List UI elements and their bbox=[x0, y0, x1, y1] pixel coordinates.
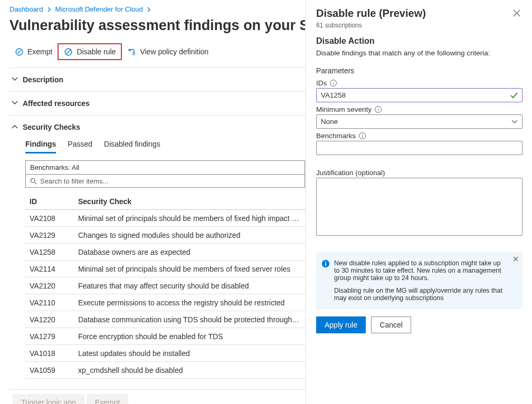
cell-id: VA1059 bbox=[25, 366, 78, 374]
info-icon[interactable]: i bbox=[375, 106, 382, 113]
table-row[interactable]: VA1059xp_cmdshell should be disabled bbox=[25, 362, 305, 379]
cancel-button[interactable]: Cancel bbox=[371, 316, 411, 333]
table-row[interactable]: VA1279Force encryption should be enabled… bbox=[25, 328, 305, 345]
chevron-right-icon bbox=[147, 7, 151, 12]
table-row[interactable]: VA2120Features that may affect security … bbox=[25, 277, 305, 294]
cell-id: VA2114 bbox=[25, 265, 78, 273]
cell-id: VA1279 bbox=[25, 332, 78, 341]
breadcrumb: Dashboard Microsoft Defender for Cloud bbox=[10, 5, 305, 13]
tab-disabled-findings[interactable]: Disabled findings bbox=[104, 140, 160, 153]
justification-label: Justification (optional) bbox=[316, 169, 522, 177]
cell-security-check: Latest updates should be installed bbox=[78, 349, 305, 358]
apply-rule-button[interactable]: Apply rule bbox=[316, 316, 366, 333]
cell-id: VA2120 bbox=[25, 282, 78, 290]
section-description[interactable]: Description bbox=[10, 68, 305, 91]
info-message: New disable rules applied to a subscript… bbox=[316, 252, 522, 309]
exempt-icon bbox=[15, 47, 24, 56]
search-input[interactable]: Search to filter items... bbox=[25, 174, 305, 188]
table-row[interactable]: VA2129Changes to signed modules should b… bbox=[25, 227, 305, 244]
close-icon[interactable] bbox=[513, 256, 518, 262]
disable-action-heading: Disable Action bbox=[316, 36, 522, 46]
min-severity-label: Minimum severity i bbox=[316, 105, 522, 113]
info-icon[interactable]: i bbox=[330, 80, 337, 86]
cell-security-check: Features that may affect security should… bbox=[78, 282, 305, 290]
tab-findings[interactable]: Findings bbox=[25, 140, 56, 153]
close-icon[interactable] bbox=[511, 7, 522, 19]
disable-rule-label: Disable rule bbox=[77, 47, 116, 56]
info-icon[interactable]: i bbox=[359, 132, 366, 139]
cell-security-check: Database communication using TDS should … bbox=[78, 315, 305, 324]
command-bar: Exempt Disable rule View policy definiti… bbox=[10, 43, 305, 68]
exempt-button[interactable]: Exempt bbox=[10, 43, 58, 60]
cell-security-check: xp_cmdshell should be disabled bbox=[78, 366, 305, 374]
exempt-button-footer[interactable]: Exempt bbox=[87, 394, 128, 404]
breadcrumb-root[interactable]: Dashboard bbox=[10, 5, 43, 13]
search-icon bbox=[30, 178, 37, 185]
benchmarks-input[interactable] bbox=[316, 141, 522, 155]
chevron-down-icon bbox=[12, 101, 17, 105]
exempt-label: Exempt bbox=[27, 47, 52, 56]
chevron-up-icon bbox=[12, 124, 17, 129]
cell-id: VA1018 bbox=[25, 349, 78, 358]
cell-id: VA2108 bbox=[25, 214, 78, 223]
policy-icon bbox=[127, 47, 136, 56]
svg-point-3 bbox=[129, 49, 131, 51]
table-row[interactable]: VA1018Latest updates should be installed bbox=[25, 345, 305, 362]
cell-security-check: Minimal set of principals should be memb… bbox=[78, 265, 305, 273]
table-header: ID Security Check bbox=[25, 193, 305, 210]
section-security-checks[interactable]: Security Checks bbox=[10, 116, 305, 139]
findings-table: ID Security Check VA2108Minimal set of p… bbox=[25, 193, 305, 379]
svg-line-7 bbox=[34, 182, 36, 184]
info-text-2: Disabling rule on the MG will apply/over… bbox=[334, 287, 508, 302]
panel-subtitle: 61 subscriptions bbox=[316, 22, 426, 29]
svg-point-5 bbox=[134, 53, 135, 54]
svg-rect-10 bbox=[325, 263, 326, 266]
disable-rule-panel: Disable rule (Preview) 61 subscriptions … bbox=[305, 0, 532, 404]
cell-security-check: Changes to signed modules should be auth… bbox=[78, 231, 305, 239]
trigger-logic-app-button[interactable]: Trigger logic app bbox=[13, 394, 84, 404]
ids-input[interactable]: VA1258 bbox=[316, 88, 522, 102]
table-row[interactable]: VA2114Minimal set of principals should b… bbox=[25, 261, 305, 277]
min-severity-value: None bbox=[321, 118, 338, 126]
ids-label: IDs i bbox=[316, 79, 522, 87]
table-row[interactable]: VA2108Minimal set of principals should b… bbox=[25, 210, 305, 227]
section-affected-resources[interactable]: Affected resources bbox=[10, 92, 305, 115]
cell-id: VA2110 bbox=[25, 299, 78, 307]
section-affected-label: Affected resources bbox=[23, 99, 90, 108]
column-header-id[interactable]: ID bbox=[25, 197, 78, 206]
checkmark-icon bbox=[510, 92, 518, 99]
section-description-label: Description bbox=[23, 75, 63, 84]
table-row[interactable]: VA1220Database communication using TDS s… bbox=[25, 311, 305, 328]
tab-passed[interactable]: Passed bbox=[68, 140, 92, 153]
footer-actions: Trigger logic app Exempt bbox=[10, 389, 305, 404]
table-row[interactable]: VA2110Execute permissions to access the … bbox=[25, 294, 305, 311]
section-security-label: Security Checks bbox=[23, 123, 80, 131]
table-row[interactable]: VA1258Database owners are as expected bbox=[25, 244, 305, 261]
cell-security-check: Minimal set of principals should be memb… bbox=[78, 214, 305, 223]
breadcrumb-current[interactable]: Microsoft Defender for Cloud bbox=[55, 5, 143, 13]
prohibit-icon bbox=[64, 47, 73, 56]
disable-rule-button[interactable]: Disable rule bbox=[58, 43, 122, 60]
svg-point-9 bbox=[325, 261, 326, 262]
view-policy-button[interactable]: View policy definition bbox=[122, 43, 214, 60]
cell-security-check: Database owners are as expected bbox=[78, 248, 305, 256]
benchmarks-filter-value: Benchmarks: All bbox=[30, 163, 79, 171]
chevron-right-icon bbox=[48, 7, 51, 12]
min-severity-select[interactable]: None bbox=[316, 114, 522, 129]
disable-action-description: Disable findings that match any of the f… bbox=[316, 49, 522, 57]
parameters-heading: Parameters bbox=[316, 66, 522, 75]
info-icon bbox=[321, 259, 330, 268]
justification-textarea[interactable] bbox=[316, 178, 522, 236]
search-placeholder: Search to filter items... bbox=[40, 177, 108, 185]
svg-point-6 bbox=[31, 178, 35, 182]
cell-id: VA1220 bbox=[25, 315, 78, 324]
svg-line-2 bbox=[66, 50, 71, 54]
chevron-down-icon bbox=[12, 77, 17, 81]
ids-value: VA1258 bbox=[321, 91, 346, 99]
column-header-security-check[interactable]: Security Check bbox=[78, 197, 305, 206]
cell-id: VA1258 bbox=[25, 248, 78, 256]
benchmarks-filter[interactable]: Benchmarks: All bbox=[25, 160, 305, 174]
chevron-down-icon bbox=[511, 120, 518, 124]
cell-security-check: Force encryption should be enabled for T… bbox=[78, 332, 305, 341]
view-policy-label: View policy definition bbox=[140, 47, 208, 56]
